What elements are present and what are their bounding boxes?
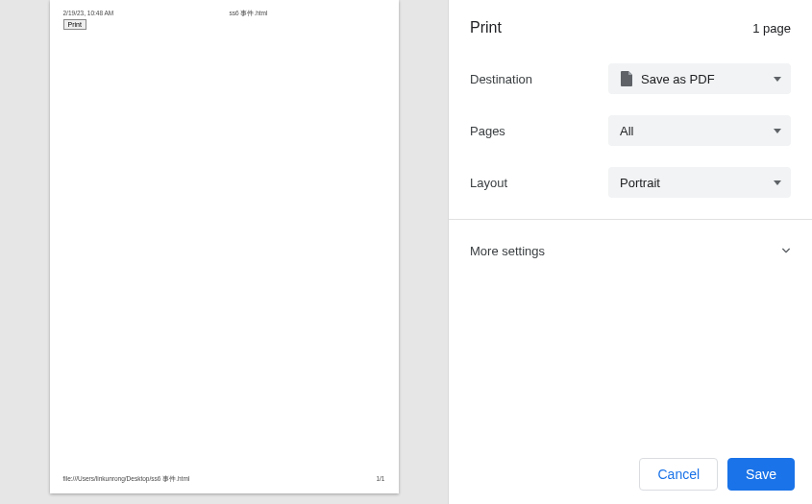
destination-label: Destination: [470, 72, 608, 86]
preview-timestamp: 2/19/23, 10:48 AM: [63, 10, 114, 18]
preview-footer: file:///Users/linkunrong/Desktop/ss6 事件.…: [63, 475, 385, 484]
preview-doc-title: ss6 事件.html: [229, 10, 267, 18]
destination-value: Save as PDF: [641, 72, 715, 86]
print-title: Print: [470, 19, 502, 36]
save-button[interactable]: Save: [727, 458, 795, 491]
preview-page-indicator: 1/1: [376, 475, 384, 484]
caret-down-icon: [774, 77, 781, 82]
chevron-down-icon: [781, 246, 791, 255]
layout-label: Layout: [470, 176, 608, 190]
pages-row: Pages All: [470, 115, 791, 146]
caret-down-icon: [774, 180, 781, 185]
preview-page: 2/19/23, 10:48 AM ss6 事件.html . Print fi…: [50, 0, 399, 493]
preview-header: 2/19/23, 10:48 AM ss6 事件.html .: [50, 0, 399, 18]
print-header-row: Print 1 page: [470, 19, 791, 36]
print-settings-pane: Print 1 page Destination Save as PDF: [449, 0, 812, 504]
pages-value: All: [620, 124, 633, 138]
preview-inner-print-button: Print: [63, 19, 86, 30]
layout-row: Layout Portrait: [470, 167, 791, 198]
preview-file-path: file:///Users/linkunrong/Desktop/ss6 事件.…: [63, 475, 190, 484]
pdf-file-icon: [620, 71, 633, 86]
layout-select[interactable]: Portrait: [608, 167, 791, 198]
layout-value: Portrait: [620, 176, 660, 190]
pages-select[interactable]: All: [608, 115, 791, 146]
divider: [449, 219, 812, 220]
destination-select[interactable]: Save as PDF: [608, 63, 791, 94]
destination-row: Destination Save as PDF: [470, 63, 791, 94]
cancel-button[interactable]: Cancel: [639, 458, 718, 491]
dialog-actions: Cancel Save: [449, 444, 812, 504]
page-count-label: 1 page: [752, 21, 791, 36]
more-settings-label: More settings: [470, 244, 545, 258]
print-settings-body: Print 1 page Destination Save as PDF: [449, 0, 812, 444]
more-settings-toggle[interactable]: More settings: [470, 228, 791, 274]
caret-down-icon: [774, 129, 781, 133]
print-preview-pane: 2/19/23, 10:48 AM ss6 事件.html . Print fi…: [0, 0, 449, 504]
pages-label: Pages: [470, 124, 608, 138]
